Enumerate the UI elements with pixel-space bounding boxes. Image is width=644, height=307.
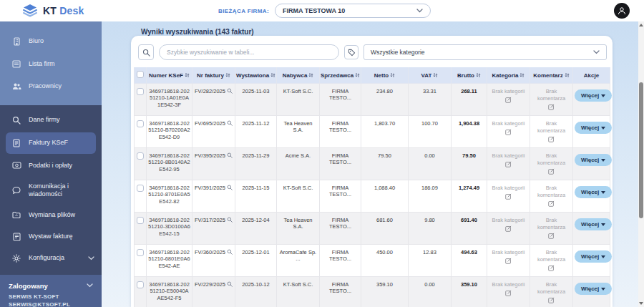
col-brutto[interactable]: Brutto: [452, 67, 487, 84]
col-nr-faktury[interactable]: Nr faktury: [192, 67, 235, 84]
vertical-scrollbar[interactable]: [638, 21, 644, 307]
edit-comment-icon[interactable]: [548, 104, 555, 110]
row-checkbox[interactable]: [137, 120, 144, 127]
sort-icon[interactable]: [390, 72, 395, 78]
invoice-number-cell: FV/360/2025: [192, 245, 235, 277]
sidebar-item-konfiguracja[interactable]: Konfiguracja: [0, 248, 102, 269]
caret-down-icon: [601, 94, 605, 97]
seller-cell: FIRMA TESTO...: [320, 84, 361, 116]
col-komentarz[interactable]: Komentarz: [530, 67, 573, 84]
select-all-checkbox[interactable]: [137, 71, 144, 78]
brutto-cell: 268.11: [452, 84, 487, 116]
row-checkbox[interactable]: [137, 281, 144, 288]
tag-icon-button[interactable]: [344, 45, 358, 59]
edit-category-icon[interactable]: [505, 129, 512, 135]
edit-category-icon[interactable]: [505, 225, 512, 232]
no-category-label: Brak kategorii: [492, 185, 525, 191]
scroll-down-arrow[interactable]: [639, 302, 643, 305]
buyer-cell: Acme S.A.: [277, 148, 320, 180]
edit-category-icon[interactable]: [505, 290, 512, 296]
col-vat[interactable]: VAT: [409, 67, 452, 84]
preview-invoice-icon[interactable]: [227, 217, 233, 223]
logged-in-toggle[interactable]: Zalogowany: [9, 282, 93, 290]
edit-comment-icon[interactable]: [548, 233, 555, 239]
col-sprzedawca[interactable]: Sprzedawca: [320, 67, 361, 84]
sidebar-item-label: Komunikacja i wiadomości: [29, 182, 87, 199]
row-checkbox[interactable]: [137, 88, 144, 95]
company-select[interactable]: FIRMA TESTOWA 10: [275, 4, 431, 18]
more-actions-button[interactable]: Więcej: [575, 122, 612, 134]
col-netto[interactable]: Netto: [361, 67, 409, 84]
scroll-up-arrow[interactable]: [639, 24, 643, 26]
sidebar-item-wystaw-fakture[interactable]: Wystaw fakturę: [0, 226, 102, 248]
actions-cell: Więcej: [573, 245, 610, 277]
sidebar-item-biuro[interactable]: Biuro: [0, 30, 102, 53]
sort-icon[interactable]: [355, 72, 360, 78]
preview-invoice-icon[interactable]: [227, 249, 233, 255]
buyer-cell: KT-Soft S.C.: [277, 84, 320, 116]
edit-comment-icon[interactable]: [548, 168, 555, 175]
invoice-number: FV/317/2025: [195, 217, 225, 223]
sort-icon[interactable]: [476, 72, 481, 78]
scrollbar-thumb[interactable]: [639, 82, 643, 218]
col-numer-ksef[interactable]: Numer KSeF: [147, 67, 192, 84]
actions-cell: Więcej: [573, 180, 610, 213]
sort-icon[interactable]: [225, 72, 230, 78]
category-filter-select[interactable]: Wszystkie kategorie: [364, 44, 607, 60]
invoice-number-cell: FV/229/2025: [192, 277, 235, 307]
building-icon: [11, 37, 21, 46]
row-checkbox[interactable]: [137, 217, 144, 224]
sidebar-item-komunikacja[interactable]: Komunikacja i wiadomości: [0, 176, 102, 205]
col-wystawiona[interactable]: Wystawiona: [235, 67, 277, 84]
vat-cell: 186.09: [409, 180, 452, 213]
edit-comment-icon[interactable]: [548, 200, 555, 207]
sidebar-item-faktury-ksef[interactable]: Faktury KSeF: [6, 132, 96, 154]
edit-comment-icon[interactable]: [548, 136, 555, 142]
col-kategoria[interactable]: Kategoria: [487, 67, 530, 84]
sort-icon[interactable]: [565, 72, 570, 78]
invoice-number: FV/395/2025: [195, 152, 225, 159]
sidebar-item-wymiana-plikow[interactable]: Wymiana plików: [0, 205, 102, 225]
more-actions-button[interactable]: Więcej: [575, 250, 612, 263]
sidebar-item-lista-firm[interactable]: Lista firm: [0, 53, 102, 75]
sort-icon[interactable]: [433, 72, 438, 78]
row-checkbox[interactable]: [137, 249, 144, 256]
sidebar-main-section: Dane firmy Faktury KSeF Podatki i opłaty…: [0, 105, 102, 269]
sidebar-item-dane-firmy[interactable]: Dane firmy: [0, 109, 102, 131]
preview-invoice-icon[interactable]: [227, 120, 233, 126]
edit-category-icon[interactable]: [505, 258, 512, 264]
edit-comment-icon[interactable]: [548, 265, 555, 271]
more-actions-button[interactable]: Więcej: [575, 154, 612, 166]
preview-invoice-icon[interactable]: [227, 185, 233, 190]
preview-invoice-icon[interactable]: [227, 88, 233, 94]
edit-comment-icon[interactable]: [548, 297, 555, 303]
more-actions-button[interactable]: Więcej: [575, 89, 612, 102]
sidebar-top-section: Biuro Lista firm Pracownicy: [0, 21, 102, 105]
more-actions-button[interactable]: Więcej: [575, 218, 612, 230]
more-actions-button[interactable]: Więcej: [575, 283, 612, 295]
sidebar-item-podatki[interactable]: Podatki i opłaty: [0, 155, 102, 176]
search-icon-button[interactable]: [138, 44, 154, 60]
user-avatar-icon[interactable]: [614, 3, 630, 19]
preview-invoice-icon[interactable]: [227, 281, 233, 287]
sort-icon[interactable]: [185, 72, 190, 78]
results-title: Wyniki wyszukiwania (143 faktur): [141, 28, 254, 36]
sidebar-item-pracownicy[interactable]: Pracownicy: [0, 75, 102, 97]
col-nabywca[interactable]: Nabywca: [277, 67, 320, 84]
more-actions-button[interactable]: Więcej: [575, 186, 612, 198]
sort-icon[interactable]: [308, 72, 313, 78]
caret-down-icon: [601, 191, 605, 194]
preview-invoice-icon[interactable]: [227, 152, 233, 158]
actions-cell: Więcej: [573, 84, 610, 116]
netto-cell: 234.80: [361, 84, 409, 116]
row-checkbox[interactable]: [137, 152, 144, 160]
quick-search-input[interactable]: [159, 44, 339, 60]
edit-category-icon[interactable]: [505, 161, 512, 167]
sort-icon[interactable]: [270, 72, 275, 78]
brutto-cell: 1,274.49: [452, 180, 487, 213]
edit-category-icon[interactable]: [505, 193, 512, 200]
row-checkbox[interactable]: [137, 185, 144, 192]
buyer-cell: AromaCafe Sp. ...: [277, 245, 320, 277]
edit-category-icon[interactable]: [505, 97, 512, 103]
sort-icon[interactable]: [519, 72, 525, 78]
